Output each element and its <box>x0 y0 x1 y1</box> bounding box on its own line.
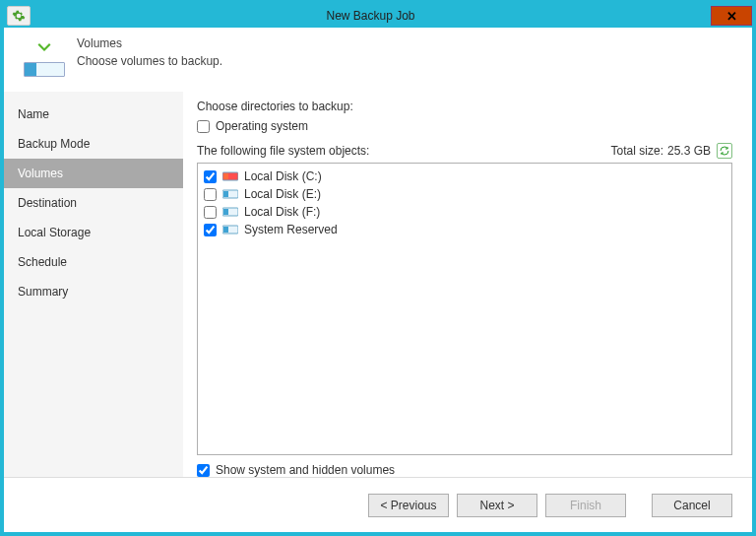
os-checkbox-row[interactable]: Operating system <box>197 119 732 133</box>
wizard-header: Volumes Choose volumes to backup. <box>4 28 752 92</box>
volume-label: Local Disk (C:) <box>244 169 322 183</box>
header-icon <box>22 35 67 77</box>
refresh-icon <box>719 145 730 157</box>
close-button[interactable]: ✕ <box>711 6 752 26</box>
close-icon: ✕ <box>726 10 737 23</box>
wizard-body: NameBackup ModeVolumesDestinationLocal S… <box>4 92 752 477</box>
volume-checkbox[interactable] <box>204 188 217 201</box>
step-summary[interactable]: Summary <box>4 277 183 306</box>
volume-list[interactable]: Local Disk (C:)Local Disk (E:)Local Disk… <box>197 163 732 455</box>
os-checkbox-label: Operating system <box>216 119 308 133</box>
header-title: Volumes <box>77 36 222 50</box>
volume-row[interactable]: Local Disk (F:) <box>204 203 725 221</box>
svg-rect-5 <box>223 209 228 215</box>
volume-checkbox[interactable] <box>204 224 217 236</box>
choose-label: Choose directories to backup: <box>197 100 732 113</box>
disk-icon <box>222 170 238 182</box>
show-hidden-checkbox[interactable] <box>197 464 210 477</box>
steps-sidebar: NameBackup ModeVolumesDestinationLocal S… <box>4 92 183 477</box>
title-bar: New Backup Job ✕ <box>4 4 752 28</box>
disk-icon <box>222 188 238 200</box>
volume-label: Local Disk (F:) <box>244 205 320 219</box>
dialog-window: New Backup Job ✕ Volumes Choose volumes … <box>0 0 756 536</box>
show-hidden-label: Show system and hidden volumes <box>216 463 395 477</box>
cancel-button[interactable]: Cancel <box>652 494 732 517</box>
total-size-value: 25.3 GB <box>667 144 711 158</box>
svg-rect-3 <box>223 191 228 197</box>
show-hidden-row[interactable]: Show system and hidden volumes <box>197 463 732 477</box>
disk-icon <box>24 62 65 77</box>
volume-row[interactable]: System Reserved <box>204 221 725 238</box>
step-schedule[interactable]: Schedule <box>4 247 183 277</box>
wizard-footer: < Previous Next > Finish Cancel <box>4 477 752 532</box>
volume-label: System Reserved <box>244 223 338 236</box>
finish-button: Finish <box>545 494 626 517</box>
step-backup-mode[interactable]: Backup Mode <box>4 129 183 159</box>
svg-rect-7 <box>223 227 228 233</box>
gear-icon <box>7 6 31 26</box>
svg-rect-1 <box>223 173 228 179</box>
volume-label: Local Disk (E:) <box>244 187 321 201</box>
previous-button[interactable]: < Previous <box>368 494 449 517</box>
step-destination[interactable]: Destination <box>4 188 183 218</box>
list-header-row: The following file system objects: Total… <box>197 143 732 159</box>
volume-checkbox[interactable] <box>204 206 217 219</box>
download-arrow-icon <box>29 35 60 59</box>
list-label: The following file system objects: <box>197 144 611 158</box>
next-button[interactable]: Next > <box>457 494 537 517</box>
os-checkbox[interactable] <box>197 120 210 133</box>
disk-icon <box>222 224 238 235</box>
header-subtitle: Choose volumes to backup. <box>77 54 222 68</box>
step-name[interactable]: Name <box>4 100 183 129</box>
step-volumes[interactable]: Volumes <box>4 159 183 188</box>
window-title: New Backup Job <box>31 9 711 23</box>
disk-icon <box>222 206 238 218</box>
volume-row[interactable]: Local Disk (E:) <box>204 185 725 203</box>
volume-checkbox[interactable] <box>204 170 217 183</box>
step-local-storage[interactable]: Local Storage <box>4 218 183 247</box>
refresh-button[interactable] <box>717 143 732 159</box>
total-size-label: Total size: <box>611 144 663 158</box>
main-pane: Choose directories to backup: Operating … <box>183 92 752 477</box>
volume-row[interactable]: Local Disk (C:) <box>204 168 725 185</box>
